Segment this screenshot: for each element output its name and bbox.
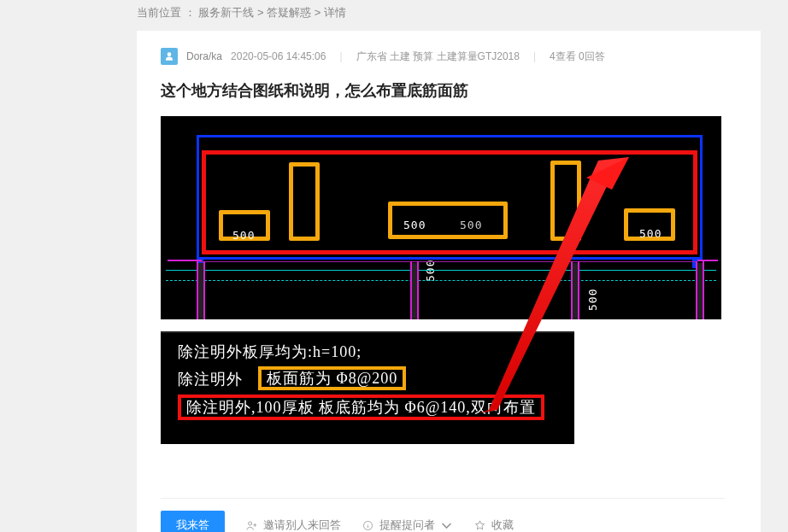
user-plus-icon: [245, 519, 258, 532]
column-edge: [197, 261, 198, 319]
crumb-2: 详情: [324, 6, 346, 19]
divider: |: [533, 50, 536, 62]
grid-line-dashed: [166, 280, 716, 281]
crumb-sep: >: [257, 6, 264, 19]
remind-label: 提醒提问者: [379, 517, 435, 532]
chevron-down-icon: [440, 519, 453, 532]
avatar[interactable]: [161, 48, 178, 65]
star-icon: [473, 519, 486, 532]
info-icon: [362, 519, 374, 532]
note-line-1: 除注明外板厚均为:h=100;: [178, 338, 557, 365]
invite-label: 邀请别人来回答: [263, 517, 341, 532]
answer-button[interactable]: 我来答: [161, 511, 225, 532]
user-icon: [163, 50, 175, 62]
post-tags: 广东省 土建 预算 土建算量GTJ2018: [356, 50, 520, 64]
column-edge: [417, 261, 419, 319]
favorite-label: 收藏: [491, 517, 514, 532]
breadcrumb: 当前位置 ： 服务新干线 > 答疑解惑 > 详情: [137, 5, 346, 20]
dimension-label: 500: [586, 289, 599, 311]
highlight-orange-label: 板面筋为 Φ8@200: [258, 366, 406, 390]
post-stats: 4查看 0回答: [550, 50, 605, 64]
grid-line: [166, 270, 716, 271]
post-header: Dora/ka 2020-05-06 14:45:06 | 广东省 土建 预算 …: [161, 48, 737, 65]
ground-line: [200, 261, 697, 262]
highlight-orange-box: [550, 161, 581, 241]
remind-button[interactable]: 提醒提问者: [362, 517, 453, 532]
dimension-label: 500: [460, 219, 482, 231]
cad-notes-block: 除注明外板厚均为:h=100; 除注明外 板面筋为 Φ8@200 除注明外,10…: [161, 331, 574, 444]
column-edge: [578, 261, 579, 319]
post-datetime: 2020-05-06 14:45:06: [231, 50, 326, 62]
crumb-1[interactable]: 答疑解惑: [267, 6, 311, 19]
author-name[interactable]: Dora/ka: [186, 50, 222, 62]
ground-line: [697, 260, 718, 261]
dimension-label: 500: [403, 219, 426, 231]
column-edge: [410, 261, 412, 319]
post-title: 这个地方结合图纸和说明，怎么布置底筋面筋: [161, 80, 737, 101]
breadcrumb-label: 当前位置 ：: [137, 6, 196, 19]
column-edge: [696, 261, 697, 319]
dimension-label: 500: [639, 227, 662, 240]
svg-point-2: [249, 522, 252, 525]
note-line-2-prefix: 除注明外: [178, 371, 243, 388]
crumb-0[interactable]: 服务新干线: [198, 6, 254, 19]
favorite-button[interactable]: 收藏: [473, 517, 514, 532]
crumb-sep: >: [315, 6, 321, 19]
dimension-label: 500: [232, 229, 255, 242]
column-edge: [703, 261, 704, 319]
highlight-orange-box: [289, 162, 320, 241]
divider: |: [339, 50, 342, 62]
cad-drawing-section: 500 500 500 500 500 500: [161, 116, 721, 319]
highlight-red-label: 除注明外,100厚板 板底筋均为 Φ6@140,双向布置: [178, 395, 544, 420]
column-edge: [571, 261, 573, 319]
invite-button[interactable]: 邀请别人来回答: [245, 517, 341, 532]
column-edge: [203, 261, 205, 319]
post-card: Dora/ka 2020-05-06 14:45:06 | 广东省 土建 预算 …: [137, 31, 761, 532]
action-bar: 我来答 邀请别人来回答 提醒提问者 收藏: [161, 498, 725, 532]
